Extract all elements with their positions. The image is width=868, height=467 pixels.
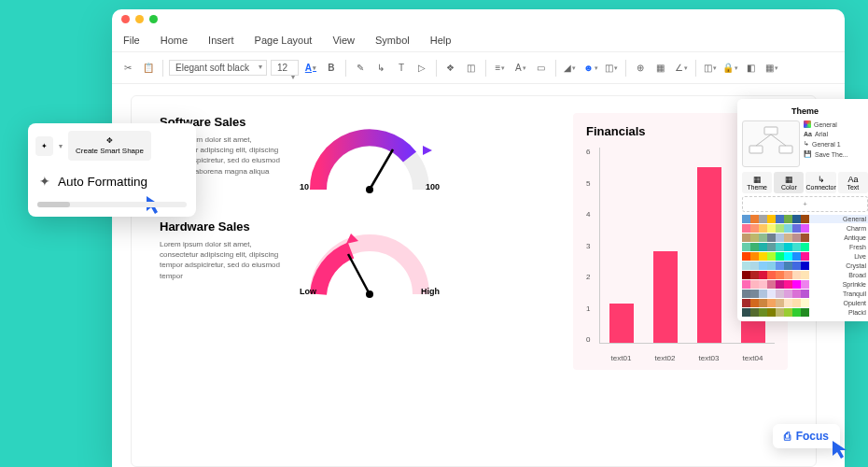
theme-tab-theme[interactable]: ▦Theme	[742, 172, 772, 193]
bold-icon[interactable]: B	[323, 60, 340, 77]
auto-formatting-button[interactable]: ✦ Auto Formatting	[35, 166, 189, 196]
auto-formatting-label: Auto Formatting	[58, 175, 147, 189]
crop-icon[interactable]: ◫	[603, 60, 620, 77]
close-dot[interactable]	[121, 15, 130, 23]
zoom-icon[interactable]: ⊕	[632, 60, 649, 77]
svg-rect-8	[779, 146, 792, 153]
line-style-icon[interactable]: ∠	[673, 60, 690, 77]
swatch-row[interactable]: General	[742, 215, 868, 223]
send-back-icon[interactable]: ◧	[743, 60, 760, 77]
swatch-row[interactable]: Placid	[742, 308, 868, 317]
y-axis: 6543210	[586, 148, 590, 344]
theme-panel[interactable]: Theme General AaArial ↳General 1 💾Save T…	[737, 99, 868, 321]
shape-icon: ✥	[106, 136, 113, 145]
svg-rect-6	[764, 127, 777, 134]
hardware-body: Lorem ipsum dolor sit amet, consectetur …	[160, 239, 281, 281]
svg-point-4	[366, 290, 373, 298]
software-gauge-min: 10	[300, 182, 309, 191]
focus-label: Focus	[796, 430, 829, 443]
bar	[609, 304, 634, 343]
swatch-row[interactable]: Opulent	[742, 299, 868, 307]
spark-button[interactable]: ✦	[35, 136, 53, 156]
spark-icon: ✦	[41, 142, 48, 150]
align-left-icon[interactable]: ≡	[492, 60, 509, 77]
font-select[interactable]: Elegant soft black	[169, 60, 267, 76]
chevron-down-icon[interactable]: ▾	[59, 142, 63, 150]
hardware-gauge: Low High	[300, 224, 440, 296]
svg-rect-7	[749, 146, 763, 153]
swatch-list: GeneralCharmAntiqueFreshLiveCrystalBroad…	[742, 215, 868, 317]
menubar: File Home Insert Page Layout View Symbol…	[112, 28, 845, 52]
software-gauge-max: 100	[426, 182, 440, 191]
paste-icon[interactable]: 📋	[140, 60, 157, 77]
menu-file[interactable]: File	[123, 35, 140, 46]
pencil-icon[interactable]: ✎	[352, 60, 369, 77]
ruler-icon[interactable]: ▭	[533, 60, 550, 77]
swatch-row[interactable]: Live	[742, 252, 868, 261]
align-text-icon[interactable]: A	[512, 60, 529, 77]
theme-tabs: ▦Theme ▦Color ↳Connector AaText	[742, 172, 868, 193]
focus-icon: ⎙	[784, 430, 791, 443]
pointer-icon[interactable]: ▷	[413, 60, 430, 77]
theme-side-general[interactable]: General	[804, 120, 848, 128]
menu-help[interactable]: Help	[430, 35, 452, 46]
fill-icon[interactable]: ☻	[582, 60, 599, 77]
smart-shape-card[interactable]: ✦ ▾ ✥ Create Smart Shape ✦ Auto Formatti…	[28, 123, 196, 217]
theme-tab-text[interactable]: AaText	[838, 172, 868, 193]
preview-icon[interactable]: ▦	[652, 60, 669, 77]
progress-bar	[37, 202, 187, 207]
connector-icon[interactable]: ↳	[372, 60, 389, 77]
svg-point-1	[366, 186, 373, 193]
swatch-row[interactable]: Tranquil	[742, 290, 868, 298]
menu-insert[interactable]: Insert	[208, 35, 234, 46]
menu-page-layout[interactable]: Page Layout	[255, 35, 313, 46]
toolbar: ✂ 📋 Elegant soft black 12 A B ✎ ↳ T ▷ ❖ …	[112, 52, 845, 84]
lock-icon[interactable]: 🔒	[722, 60, 739, 77]
cut-icon[interactable]: ✂	[119, 60, 136, 77]
bar	[697, 167, 721, 343]
app-window: File Home Insert Page Layout View Symbol…	[112, 9, 845, 467]
menu-symbol[interactable]: Symbol	[375, 35, 410, 46]
theme-side-connector[interactable]: ↳General 1	[804, 140, 848, 148]
theme-side-list: General AaArial ↳General 1 💾Save The...	[804, 120, 848, 167]
hardware-gauge-max: High	[421, 287, 440, 296]
swatch-row[interactable]: Charm	[742, 224, 868, 233]
create-smart-shape-label: Create Smart Shape	[76, 147, 144, 155]
font-color-icon[interactable]: A	[302, 60, 319, 77]
titlebar	[112, 9, 845, 28]
swatch-row[interactable]: Crystal	[742, 262, 868, 270]
theme-tab-color[interactable]: ▦Color	[774, 172, 804, 193]
group-icon[interactable]: ◫	[702, 60, 719, 77]
theme-preview-thumb[interactable]	[742, 120, 800, 167]
create-smart-shape-button[interactable]: ✥ Create Smart Shape	[68, 131, 151, 161]
svg-marker-2	[423, 146, 432, 155]
swatch-row[interactable]: Broad	[742, 271, 868, 279]
hardware-gauge-min: Low	[300, 287, 316, 296]
more-icon[interactable]: ▦	[763, 60, 780, 77]
x-axis: text01text02text03text04	[599, 354, 775, 362]
theme-side-save[interactable]: 💾Save The...	[804, 150, 848, 158]
font-size-select[interactable]: 12	[271, 60, 299, 76]
theme-tab-connector[interactable]: ↳Connector	[805, 172, 835, 193]
shapes-icon[interactable]: ◫	[463, 60, 480, 77]
hardware-title: Hardware Sales	[160, 219, 281, 234]
menu-home[interactable]: Home	[161, 35, 188, 46]
swatch-row[interactable]: Sprinkle	[742, 280, 868, 289]
text-tool-icon[interactable]: T	[393, 60, 410, 77]
layers-icon[interactable]: ❖	[442, 60, 459, 77]
bar	[653, 251, 678, 343]
maximize-dot[interactable]	[149, 15, 158, 23]
theme-side-font[interactable]: AaArial	[804, 131, 848, 137]
swatch-row[interactable]: Antique	[742, 234, 868, 242]
swatch-row[interactable]: Fresh	[742, 243, 868, 251]
highlight-icon[interactable]: ◢	[562, 60, 579, 77]
menu-view[interactable]: View	[332, 35, 355, 46]
software-gauge: 10 100	[300, 120, 440, 191]
canvas[interactable]: Software Sales Lorem ipsum dolor sit ame…	[131, 95, 817, 467]
theme-add-button[interactable]: +	[742, 196, 868, 212]
spark-icon: ✦	[39, 174, 50, 189]
theme-title: Theme	[742, 104, 868, 120]
cursor-icon	[831, 439, 853, 461]
minimize-dot[interactable]	[135, 15, 144, 23]
